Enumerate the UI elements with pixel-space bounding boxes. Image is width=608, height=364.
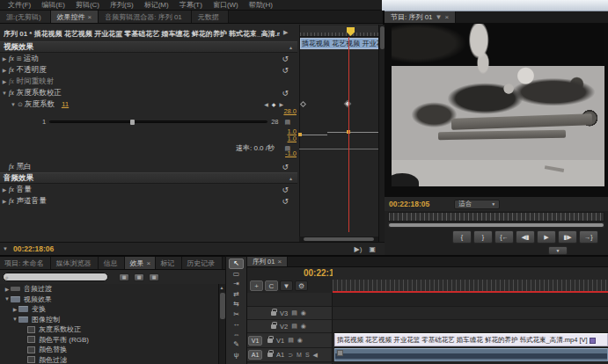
video-effects-section-header[interactable]: 视频效果 ▴: [0, 41, 297, 53]
tab-effect-controls[interactable]: 效果控件 ×: [51, 11, 99, 23]
effects-tree-scrollbar[interactable]: [218, 284, 225, 364]
slide-tool[interactable]: ⇔: [229, 330, 244, 340]
collapse-triangle-icon[interactable]: ▼: [3, 246, 8, 251]
tree-item-gamma-correction[interactable]: 灰度系数校正: [0, 324, 218, 335]
a1-audio-clip[interactable]: [334, 348, 608, 361]
razor-tool[interactable]: ✂: [229, 309, 244, 320]
solo-track-button[interactable]: S: [305, 352, 310, 358]
filter-yuv-effects-icon[interactable]: ▦: [149, 273, 159, 281]
tab-close-icon[interactable]: ×: [277, 258, 282, 266]
reset-effect-icon[interactable]: ↺: [282, 197, 289, 206]
graph-min-value[interactable]: -1.0: [0, 150, 297, 157]
tree-item-color-balance[interactable]: 颜色平衡 (RGB): [0, 335, 218, 346]
hand-tool[interactable]: ψ: [229, 350, 244, 360]
menu-item[interactable]: 帮助(H): [245, 0, 277, 10]
tab-media-browser[interactable]: 媒体浏览器: [51, 257, 99, 269]
tree-item-color-replace[interactable]: 颜色替换: [0, 345, 218, 355]
mark-out-button[interactable]: }: [473, 230, 493, 244]
add-keyframe-icon[interactable]: ◆: [272, 101, 276, 107]
tab-markers[interactable]: 标记: [156, 257, 182, 269]
tab-close-icon[interactable]: ×: [88, 13, 92, 21]
track-output-icon[interactable]: ⊃: [288, 352, 293, 359]
timeline-ruler-ticks[interactable]: [333, 280, 608, 291]
tab-audio-clip-mixer[interactable]: 音频剪辑混合器: 序列 01: [99, 11, 192, 23]
tab-history[interactable]: 历史记录: [182, 257, 223, 269]
tab-close-icon[interactable]: ×: [445, 13, 450, 21]
tab-metadata[interactable]: 元数据: [192, 11, 229, 23]
timeline-ruler[interactable]: [333, 267, 608, 280]
menu-item[interactable]: 剪辑(C): [71, 0, 104, 10]
effect-row-volume[interactable]: ▶fx 音量 ↺: [0, 184, 297, 195]
menu-item[interactable]: 编辑(E): [37, 0, 70, 10]
tab-source-monitor[interactable]: 源:(无剪辑): [0, 11, 51, 23]
mute-track-button[interactable]: M: [297, 352, 302, 358]
v1-video-clip[interactable]: 插花视频 花艺视频 开业花篮 零基础花艺 婚车缠花 鲜花的养护 韩式花束_高清.…: [334, 333, 608, 346]
lock-icon[interactable]: [267, 339, 273, 343]
tree-item-video-effects[interactable]: ▼ 视频效果: [0, 295, 218, 305]
value-graph-box-icon[interactable]: ▤: [284, 119, 290, 126]
lock-icon[interactable]: [271, 311, 276, 316]
tree-item-audio-transitions[interactable]: ▶ 音频过渡: [0, 284, 218, 295]
add-marker-button[interactable]: ▼: [280, 280, 293, 291]
snap-button[interactable]: C: [265, 280, 278, 291]
dropdown-icon[interactable]: ▼: [436, 13, 443, 21]
track-style-icon[interactable]: ▤: [291, 323, 297, 330]
tab-effects[interactable]: 效果 ×: [125, 257, 156, 269]
prev-keyframe-icon[interactable]: ◀: [264, 101, 268, 107]
gamma-slider[interactable]: [49, 120, 267, 123]
mark-in-button[interactable]: {: [452, 230, 472, 244]
collapse-arrow-icon[interactable]: ▴: [289, 44, 292, 50]
play-audio-icon[interactable]: ▶): [355, 245, 363, 253]
selected-clip-bar[interactable]: 插花视频 花艺视频 开业花篮 零: [300, 38, 379, 49]
twirl-icon[interactable]: ▶: [11, 306, 18, 312]
mini-playhead-line[interactable]: [348, 37, 349, 232]
tab-info[interactable]: 信息: [99, 257, 125, 269]
menu-item[interactable]: 文件(F): [4, 0, 35, 10]
effect-row-gamma-correction[interactable]: ▼fx 灰度系数校正 ↺: [0, 87, 297, 98]
filter-accelerated-effects-icon[interactable]: ▦: [119, 273, 129, 281]
twirl-icon[interactable]: ▼: [11, 317, 18, 322]
twirl-icon[interactable]: ▶: [4, 286, 11, 292]
rolling-edit-tool[interactable]: ⇄: [229, 289, 244, 300]
timeline-settings-button[interactable]: ⚙: [295, 280, 308, 291]
program-scrollbar[interactable]: [388, 222, 604, 228]
filter-32bit-color-icon[interactable]: ▦: [134, 273, 144, 281]
reset-effect-icon[interactable]: ↺: [282, 89, 289, 98]
zoom-level-dropdown[interactable]: 适合 ▼: [454, 200, 500, 209]
toggle-track-output-eye-icon[interactable]: ◉: [297, 337, 303, 344]
track-style-icon[interactable]: ▤: [291, 309, 297, 317]
source-track-indicator-a1[interactable]: A1: [248, 350, 262, 360]
pen-tool[interactable]: ✎: [229, 339, 244, 350]
keyframe-point[interactable]: [298, 133, 302, 136]
reset-effect-icon[interactable]: ↺: [282, 186, 289, 194]
tab-project[interactable]: 项目: 未命名: [0, 257, 51, 269]
rate-stretch-tool[interactable]: ⇆: [229, 299, 244, 309]
tree-item-transform[interactable]: ▶ 变换: [0, 304, 218, 315]
tree-item-color-pass[interactable]: 颜色过滤: [0, 355, 218, 364]
tab-close-icon[interactable]: ×: [146, 259, 150, 267]
effect-row-motion[interactable]: ▶fx ⊞ 运动 ↺: [0, 53, 297, 64]
track-select-tool[interactable]: ▭: [229, 269, 244, 280]
selection-tool[interactable]: ↖: [229, 258, 244, 269]
search-input[interactable]: [3, 273, 108, 281]
collapse-arrow-icon[interactable]: ▴: [289, 175, 292, 181]
track-style-icon[interactable]: ▤: [288, 337, 294, 344]
menu-item[interactable]: 窗口(W): [209, 0, 243, 10]
effect-row-black-white[interactable]: fx 黑白 ↺: [0, 161, 297, 172]
step-back-button[interactable]: ◀▮: [516, 230, 535, 244]
scroll-thumb[interactable]: [389, 223, 604, 227]
graph-upper-value[interactable]: 1.0: [0, 128, 297, 135]
reset-effect-icon[interactable]: ↺: [282, 55, 289, 63]
scroll-up-arrow-icon[interactable]: ▲: [218, 284, 225, 291]
lock-icon[interactable]: [267, 353, 273, 357]
effect-row-time-remapping[interactable]: ▶fx 时间重映射: [0, 76, 297, 87]
slip-tool[interactable]: ↔: [229, 319, 244, 330]
effect-controls-timecode[interactable]: 00:22:18:06: [13, 244, 54, 253]
add-edit-button[interactable]: +: [250, 280, 263, 291]
tree-item-image-control[interactable]: ▼ 图像控制: [0, 315, 218, 325]
mini-timeline-ruler[interactable]: [300, 25, 379, 37]
play-button[interactable]: ▶: [537, 230, 556, 244]
next-keyframe-icon[interactable]: ▶: [279, 101, 283, 107]
add-marker-button[interactable]: ▼: [548, 246, 568, 255]
source-track-indicator-v1[interactable]: V1: [248, 336, 262, 346]
